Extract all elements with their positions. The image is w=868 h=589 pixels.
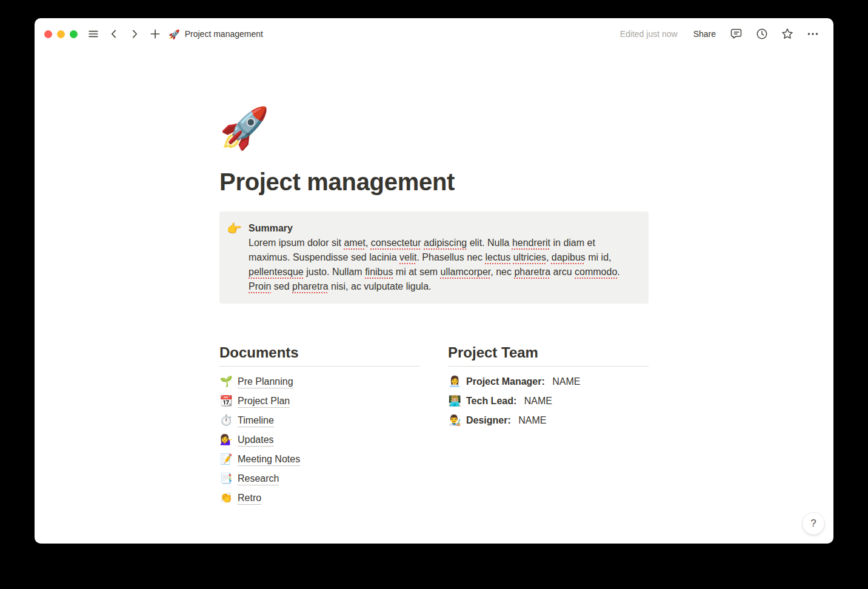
document-link-item[interactable]: 📝Meeting Notes [219,450,420,469]
page-title[interactable]: Project management [219,167,649,196]
team-member-role: Tech Lead: [466,396,516,407]
summary-heading: Summary [249,221,639,236]
rocket-emoji: 🚀 [169,30,180,39]
misspelled-word: amet [344,238,366,248]
misspelled-word: dapibus [552,252,586,262]
summary-text: . [617,267,619,277]
documents-list: 🌱Pre Planning📆Project Plan⏱️Timeline💁‍♀️… [219,372,420,508]
ellipsis-icon [806,27,820,41]
clapping-hands-emoji: 👏 [219,491,233,505]
more-options-button[interactable] [804,25,821,42]
misspelled-word: adipiscing [424,238,467,248]
documents-heading: Documents [219,343,420,367]
document-link-label: Meeting Notes [238,453,300,466]
summary-text: sed [271,281,292,291]
titlebar: 🚀 Project management Edited just now Sha… [35,18,833,50]
history-clock-icon [755,27,769,41]
window-controls [44,30,78,38]
summary-text: , [546,252,552,262]
misspelled-word: hendrerit [512,238,550,248]
team-member-row: 👨‍🎨Designer: NAME [448,411,649,430]
forward-button[interactable] [126,25,143,42]
document-link-item[interactable]: ⏱️Timeline [219,411,420,430]
close-window-button[interactable] [44,30,52,38]
seedling-emoji: 🌱 [219,375,233,388]
document-link-label: Pre Planning [238,375,293,388]
summary-text: Lorem ipsum dolor sit [249,238,344,248]
document-link-item[interactable]: 📆Project Plan [219,391,420,411]
pointing-right-emoji: 👉 [227,221,241,294]
zoom-window-button[interactable] [70,30,78,38]
woman-office-worker-emoji: 👩‍💼 [448,375,461,388]
minimize-window-button[interactable] [57,30,65,38]
misspelled-word: pharetra [514,267,550,277]
notion-window: 🚀 Project management Edited just now Sha… [35,18,833,544]
summary-text: mi id, [586,252,612,262]
misspelled-word: pellentesque [249,267,304,277]
back-button[interactable] [105,25,122,42]
plus-icon [150,28,161,39]
favorite-button[interactable] [779,25,796,42]
sidebar-menu-button[interactable] [85,25,102,42]
summary-text: mi at sem [393,267,440,277]
team-member-row: 👨🏼‍💻Tech Lead: NAME [448,391,649,411]
misspelled-word: pharetra [292,281,329,291]
project-team-column: Project Team 👩‍💼Project Manager: NAME👨🏼‍… [448,343,649,508]
memo-emoji: 📝 [219,453,233,466]
summary-text: , [366,238,371,248]
stopwatch-emoji: ⏱️ [219,414,233,427]
document-link-label: Project Plan [238,394,290,408]
summary-text: , nec [490,267,514,277]
misspelled-word: finibus [365,267,393,277]
two-column-section: Documents 🌱Pre Planning📆Project Plan⏱️Ti… [219,343,649,508]
misspelled-word: velit [399,252,416,262]
document-link-item[interactable]: 👏Retro [219,488,420,508]
comments-button[interactable] [728,25,745,42]
misspelled-word: ullamcorper [441,267,491,277]
team-member-name: NAME [550,376,581,387]
team-member-role: Designer: [466,415,511,426]
summary-text: elit. Nulla [467,238,512,248]
titlebar-actions: Edited just now Share [620,25,821,42]
team-member-name: NAME [521,396,552,407]
document-link-label: Timeline [238,414,274,427]
misspelled-word: ultricies [513,252,546,262]
breadcrumb-title: Project management [185,29,263,39]
edited-status: Edited just now [620,29,678,39]
share-button[interactable]: Share [690,27,719,41]
misspelled-word: lectus [485,252,510,262]
menu-icon [88,28,99,39]
summary-text: justo. Nullam [304,267,365,277]
document-link-item[interactable]: 💁‍♀️Updates [219,430,420,450]
document-link-label: Updates [238,433,274,447]
misspelled-word: commodo [575,267,617,277]
summary-text: nisi, ac vulputate ligula. [329,281,432,291]
documents-column: Documents 🌱Pre Planning📆Project Plan⏱️Ti… [219,343,420,508]
star-icon [781,27,794,41]
document-link-item[interactable]: 🌱Pre Planning [219,372,420,391]
history-button[interactable] [753,25,770,42]
bookmark-tabs-emoji: 📑 [219,472,233,485]
summary-paragraph: Lorem ipsum dolor sit amet, consectetur … [249,236,639,294]
summary-text: arcu [550,267,575,277]
team-member-name: NAME [516,415,547,426]
document-link-label: Research [238,472,279,485]
chevron-right-icon [129,28,140,39]
document-link-item[interactable]: 📑Research [219,469,420,488]
breadcrumb[interactable]: 🚀 Project management [169,29,263,39]
comments-icon [730,27,743,41]
document-link-label: Retro [238,491,261,505]
team-member-role: Project Manager: [466,376,545,387]
new-page-button[interactable] [147,25,164,42]
team-list: 👩‍💼Project Manager: NAME👨🏼‍💻Tech Lead: N… [448,372,649,430]
help-button[interactable]: ? [803,513,824,534]
chevron-left-icon [109,28,119,39]
woman-tipping-hand-emoji: 💁‍♀️ [219,433,233,447]
summary-callout-content: Summary Lorem ipsum dolor sit amet, cons… [249,221,639,294]
team-member-row: 👩‍💼Project Manager: NAME [448,372,649,391]
summary-callout[interactable]: 👉 Summary Lorem ipsum dolor sit amet, co… [219,211,649,304]
man-artist-emoji: 👨‍🎨 [448,414,461,427]
calendar-emoji: 📆 [219,394,233,408]
rocket-emoji[interactable]: 🚀 [219,105,267,151]
misspelled-word: consectetur [371,238,421,248]
